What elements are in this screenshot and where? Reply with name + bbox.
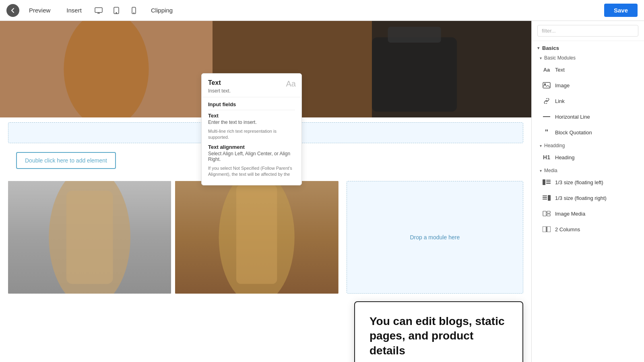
filter-input[interactable] [537,25,638,37]
clipping-button[interactable]: Clipping [144,4,179,16]
tooltip-card: You can edit blogs, static pages, and pr… [354,301,523,362]
follow-note: If you select Not Specified (Follow Pare… [208,165,295,178]
text-popup-title: Text [208,79,295,86]
float-right-icon [542,193,551,202]
svg-rect-35 [543,226,546,232]
add-element-button[interactable]: Double click here to add element [16,152,116,169]
sidebar-item-float-left[interactable]: 1/3 size (floating left) [534,175,642,190]
sidebar-float-right-label: 1/3 size (floating right) [555,195,607,201]
sidebar-two-columns-label: 2 Columns [555,226,580,232]
svg-rect-33 [547,211,550,213]
sidebar-item-block-quotation[interactable]: " Block Quotation [534,125,642,140]
media-label: Media [544,168,557,173]
drop-zone-inline-label: Drop a module here [410,234,460,241]
text-popup-icon: Aa [286,79,296,88]
tablet-view-button[interactable] [109,3,124,18]
sidebar-item-float-right[interactable]: 1/3 size (floating right) [534,190,642,206]
sidebar-heading-label: Heading [555,154,574,160]
basic-modules-label: Basic Modules [544,55,576,61]
sidebar: ▾ Basics ▾ Basic Modules Aa Text Im [531,21,644,362]
sidebar-item-text[interactable]: Aa Text [534,62,642,77]
svg-rect-25 [546,180,551,181]
sidebar-link-label: Link [555,98,565,104]
svg-rect-22 [543,82,550,88]
svg-rect-27 [546,183,551,184]
svg-rect-36 [547,226,551,232]
svg-rect-29 [543,195,547,196]
svg-rect-21 [236,185,277,284]
image-2 [175,181,338,294]
sidebar-item-image-media[interactable]: Image Media [534,206,642,221]
image-media-icon [542,209,551,218]
text-icon: Aa [542,65,551,74]
float-left-icon [542,178,551,187]
alignment-desc: Select Align Left, Align Center, or Alig… [208,151,295,162]
canvas-inner: Drop a module here Double click here to … [0,21,531,362]
svg-point-4 [116,12,117,13]
back-button[interactable] [6,4,19,17]
drop-module-inline-zone[interactable]: Drop a module here [347,181,523,294]
basics-chevron: ▾ [537,45,540,51]
svg-point-11 [64,21,149,117]
sidebar-item-heading[interactable]: H1 Heading [534,150,642,165]
sidebar-hline-label: Horizontal Line [555,114,590,120]
insert-button[interactable]: Insert [60,4,88,16]
sidebar-filter [532,21,644,41]
sidebar-item-image[interactable]: Image [534,78,642,93]
sidebar-image-media-label: Image Media [555,211,585,217]
block-quotation-icon: " [542,128,551,137]
image-1 [8,181,171,294]
sidebar-item-two-columns[interactable]: 2 Columns [534,222,642,237]
headding-chevron: ▾ [540,144,542,148]
sidebar-float-left-label: 1/3 size (floating left) [555,179,603,185]
svg-rect-17 [66,191,113,284]
desktop-view-button[interactable] [91,3,106,18]
sidebar-item-horizontal-line[interactable]: Horizontal Line [534,109,642,124]
images-row: Drop a module here [0,181,531,294]
headding-label: Headding [544,143,565,148]
horizontal-line-icon [542,112,551,121]
svg-rect-31 [543,199,547,200]
media-chevron: ▾ [540,169,542,173]
tooltip-text: You can edit blogs, static pages, and pr… [369,314,508,358]
headding-section-header[interactable]: ▾ Headding [532,140,644,149]
sidebar-image-label: Image [555,82,570,88]
basics-section-header[interactable]: ▾ Basics [532,41,644,53]
text-field-label: Text [208,113,295,119]
heading-icon: H1 [542,153,551,162]
canvas-area: Drop a module here Double click here to … [0,21,531,362]
text-field-desc: Enter the text to insert. [208,119,295,125]
svg-rect-0 [95,8,102,12]
alignment-label: Text alignment [208,144,295,150]
svg-rect-32 [543,211,546,216]
text-popup-subtitle: Insert text. [208,88,295,94]
multiline-note: Multi-line rich text representation is s… [208,128,295,141]
svg-rect-26 [546,181,551,182]
link-icon [542,97,551,105]
text-popup-header: Text Insert text. Aa [202,74,301,97]
main-layout: Drop a module here Double click here to … [0,21,644,362]
sidebar-text-label: Text [555,67,565,73]
basic-modules-header[interactable]: ▾ Basic Modules [532,53,644,62]
svg-rect-24 [543,179,545,185]
mobile-view-button[interactable] [127,3,141,18]
input-fields-label: Input fields [208,101,295,107]
svg-rect-28 [548,195,551,201]
sidebar-item-link[interactable]: Link [534,93,642,109]
add-element-label: Double click here to add element [25,157,107,164]
text-popup-body: Input fields Text Enter the text to inse… [202,97,301,185]
media-section-header[interactable]: ▾ Media [532,165,644,174]
save-button[interactable]: Save [604,4,638,17]
svg-rect-34 [547,214,550,216]
sidebar-blockquote-label: Block Quotation [555,130,592,136]
basic-modules-chevron: ▾ [540,56,542,60]
preview-button[interactable]: Preview [23,4,57,16]
text-popup: Text Insert text. Aa Input fields Text E… [201,73,302,185]
svg-rect-12 [372,37,457,112]
svg-rect-13 [388,27,441,43]
basics-label: Basics [542,45,559,51]
topbar: Preview Insert Clipping Save [0,0,644,21]
image-icon [542,81,551,90]
svg-rect-30 [543,197,547,198]
two-columns-icon [542,225,551,234]
